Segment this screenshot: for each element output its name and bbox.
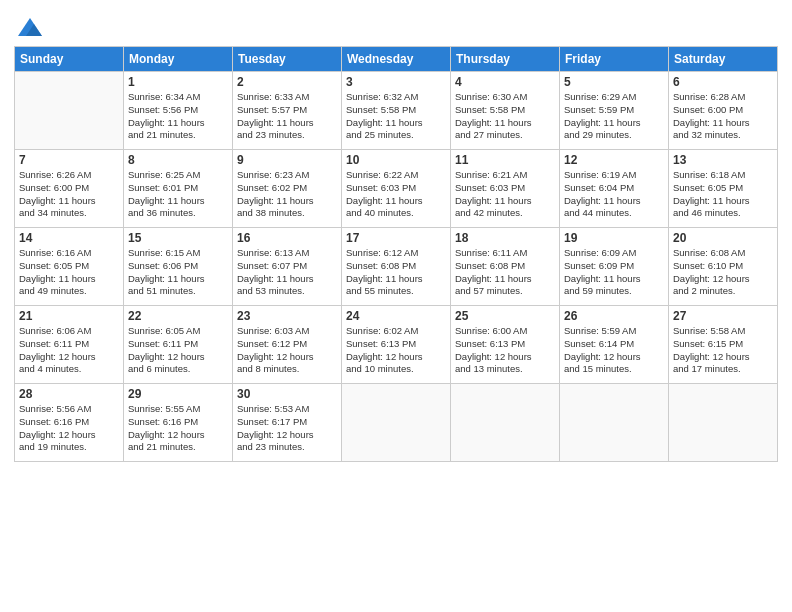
calendar-cell: 11Sunrise: 6:21 AM Sunset: 6:03 PM Dayli… [451, 150, 560, 228]
weekday-header-sunday: Sunday [15, 47, 124, 72]
calendar-week-row: 7Sunrise: 6:26 AM Sunset: 6:00 PM Daylig… [15, 150, 778, 228]
day-number: 5 [564, 75, 664, 89]
day-info: Sunrise: 6:08 AM Sunset: 6:10 PM Dayligh… [673, 247, 773, 298]
calendar-cell: 2Sunrise: 6:33 AM Sunset: 5:57 PM Daylig… [233, 72, 342, 150]
day-info: Sunrise: 6:09 AM Sunset: 6:09 PM Dayligh… [564, 247, 664, 298]
day-number: 10 [346, 153, 446, 167]
day-info: Sunrise: 6:05 AM Sunset: 6:11 PM Dayligh… [128, 325, 228, 376]
day-info: Sunrise: 6:16 AM Sunset: 6:05 PM Dayligh… [19, 247, 119, 298]
day-number: 14 [19, 231, 119, 245]
calendar-cell: 20Sunrise: 6:08 AM Sunset: 6:10 PM Dayli… [669, 228, 778, 306]
day-info: Sunrise: 6:15 AM Sunset: 6:06 PM Dayligh… [128, 247, 228, 298]
calendar-week-row: 14Sunrise: 6:16 AM Sunset: 6:05 PM Dayli… [15, 228, 778, 306]
day-number: 25 [455, 309, 555, 323]
day-number: 24 [346, 309, 446, 323]
day-number: 29 [128, 387, 228, 401]
day-number: 30 [237, 387, 337, 401]
calendar-cell: 25Sunrise: 6:00 AM Sunset: 6:13 PM Dayli… [451, 306, 560, 384]
weekday-header-row: SundayMondayTuesdayWednesdayThursdayFrid… [15, 47, 778, 72]
day-info: Sunrise: 6:21 AM Sunset: 6:03 PM Dayligh… [455, 169, 555, 220]
day-number: 3 [346, 75, 446, 89]
day-number: 1 [128, 75, 228, 89]
calendar-cell: 9Sunrise: 6:23 AM Sunset: 6:02 PM Daylig… [233, 150, 342, 228]
day-number: 16 [237, 231, 337, 245]
day-info: Sunrise: 5:56 AM Sunset: 6:16 PM Dayligh… [19, 403, 119, 454]
day-info: Sunrise: 6:28 AM Sunset: 6:00 PM Dayligh… [673, 91, 773, 142]
calendar-cell: 18Sunrise: 6:11 AM Sunset: 6:08 PM Dayli… [451, 228, 560, 306]
page-container: SundayMondayTuesdayWednesdayThursdayFrid… [0, 0, 792, 470]
day-number: 6 [673, 75, 773, 89]
day-number: 11 [455, 153, 555, 167]
day-number: 21 [19, 309, 119, 323]
calendar-cell [15, 72, 124, 150]
weekday-header-friday: Friday [560, 47, 669, 72]
day-info: Sunrise: 5:55 AM Sunset: 6:16 PM Dayligh… [128, 403, 228, 454]
calendar-cell: 6Sunrise: 6:28 AM Sunset: 6:00 PM Daylig… [669, 72, 778, 150]
day-number: 28 [19, 387, 119, 401]
day-number: 22 [128, 309, 228, 323]
calendar-cell: 24Sunrise: 6:02 AM Sunset: 6:13 PM Dayli… [342, 306, 451, 384]
day-number: 2 [237, 75, 337, 89]
logo [14, 14, 44, 42]
calendar-cell: 12Sunrise: 6:19 AM Sunset: 6:04 PM Dayli… [560, 150, 669, 228]
calendar-cell: 26Sunrise: 5:59 AM Sunset: 6:14 PM Dayli… [560, 306, 669, 384]
calendar-cell: 22Sunrise: 6:05 AM Sunset: 6:11 PM Dayli… [124, 306, 233, 384]
weekday-header-thursday: Thursday [451, 47, 560, 72]
day-number: 26 [564, 309, 664, 323]
day-info: Sunrise: 6:06 AM Sunset: 6:11 PM Dayligh… [19, 325, 119, 376]
calendar-cell: 15Sunrise: 6:15 AM Sunset: 6:06 PM Dayli… [124, 228, 233, 306]
day-number: 27 [673, 309, 773, 323]
calendar-cell: 14Sunrise: 6:16 AM Sunset: 6:05 PM Dayli… [15, 228, 124, 306]
calendar-cell: 29Sunrise: 5:55 AM Sunset: 6:16 PM Dayli… [124, 384, 233, 462]
calendar-cell: 1Sunrise: 6:34 AM Sunset: 5:56 PM Daylig… [124, 72, 233, 150]
calendar-cell: 30Sunrise: 5:53 AM Sunset: 6:17 PM Dayli… [233, 384, 342, 462]
calendar-cell [451, 384, 560, 462]
calendar-cell: 19Sunrise: 6:09 AM Sunset: 6:09 PM Dayli… [560, 228, 669, 306]
day-info: Sunrise: 6:12 AM Sunset: 6:08 PM Dayligh… [346, 247, 446, 298]
calendar-cell: 16Sunrise: 6:13 AM Sunset: 6:07 PM Dayli… [233, 228, 342, 306]
day-info: Sunrise: 5:58 AM Sunset: 6:15 PM Dayligh… [673, 325, 773, 376]
day-info: Sunrise: 6:11 AM Sunset: 6:08 PM Dayligh… [455, 247, 555, 298]
day-number: 15 [128, 231, 228, 245]
day-number: 17 [346, 231, 446, 245]
day-info: Sunrise: 6:33 AM Sunset: 5:57 PM Dayligh… [237, 91, 337, 142]
day-info: Sunrise: 6:18 AM Sunset: 6:05 PM Dayligh… [673, 169, 773, 220]
calendar-cell: 10Sunrise: 6:22 AM Sunset: 6:03 PM Dayli… [342, 150, 451, 228]
day-info: Sunrise: 6:00 AM Sunset: 6:13 PM Dayligh… [455, 325, 555, 376]
calendar-cell: 17Sunrise: 6:12 AM Sunset: 6:08 PM Dayli… [342, 228, 451, 306]
day-info: Sunrise: 6:19 AM Sunset: 6:04 PM Dayligh… [564, 169, 664, 220]
day-info: Sunrise: 6:26 AM Sunset: 6:00 PM Dayligh… [19, 169, 119, 220]
calendar-cell: 4Sunrise: 6:30 AM Sunset: 5:58 PM Daylig… [451, 72, 560, 150]
day-number: 23 [237, 309, 337, 323]
day-number: 9 [237, 153, 337, 167]
day-info: Sunrise: 6:22 AM Sunset: 6:03 PM Dayligh… [346, 169, 446, 220]
calendar-cell: 23Sunrise: 6:03 AM Sunset: 6:12 PM Dayli… [233, 306, 342, 384]
day-info: Sunrise: 6:30 AM Sunset: 5:58 PM Dayligh… [455, 91, 555, 142]
day-info: Sunrise: 6:13 AM Sunset: 6:07 PM Dayligh… [237, 247, 337, 298]
calendar-cell: 7Sunrise: 6:26 AM Sunset: 6:00 PM Daylig… [15, 150, 124, 228]
day-info: Sunrise: 6:23 AM Sunset: 6:02 PM Dayligh… [237, 169, 337, 220]
weekday-header-wednesday: Wednesday [342, 47, 451, 72]
calendar-cell [342, 384, 451, 462]
calendar-cell: 27Sunrise: 5:58 AM Sunset: 6:15 PM Dayli… [669, 306, 778, 384]
calendar-cell: 8Sunrise: 6:25 AM Sunset: 6:01 PM Daylig… [124, 150, 233, 228]
calendar-week-row: 28Sunrise: 5:56 AM Sunset: 6:16 PM Dayli… [15, 384, 778, 462]
calendar-cell: 21Sunrise: 6:06 AM Sunset: 6:11 PM Dayli… [15, 306, 124, 384]
day-number: 12 [564, 153, 664, 167]
day-number: 18 [455, 231, 555, 245]
day-info: Sunrise: 6:34 AM Sunset: 5:56 PM Dayligh… [128, 91, 228, 142]
day-info: Sunrise: 6:29 AM Sunset: 5:59 PM Dayligh… [564, 91, 664, 142]
day-info: Sunrise: 6:03 AM Sunset: 6:12 PM Dayligh… [237, 325, 337, 376]
calendar-cell [669, 384, 778, 462]
calendar-cell [560, 384, 669, 462]
day-info: Sunrise: 6:32 AM Sunset: 5:58 PM Dayligh… [346, 91, 446, 142]
logo-icon [16, 14, 44, 42]
day-info: Sunrise: 5:59 AM Sunset: 6:14 PM Dayligh… [564, 325, 664, 376]
calendar-cell: 3Sunrise: 6:32 AM Sunset: 5:58 PM Daylig… [342, 72, 451, 150]
calendar-cell: 5Sunrise: 6:29 AM Sunset: 5:59 PM Daylig… [560, 72, 669, 150]
day-info: Sunrise: 6:25 AM Sunset: 6:01 PM Dayligh… [128, 169, 228, 220]
calendar-cell: 28Sunrise: 5:56 AM Sunset: 6:16 PM Dayli… [15, 384, 124, 462]
day-number: 19 [564, 231, 664, 245]
day-number: 8 [128, 153, 228, 167]
day-number: 4 [455, 75, 555, 89]
